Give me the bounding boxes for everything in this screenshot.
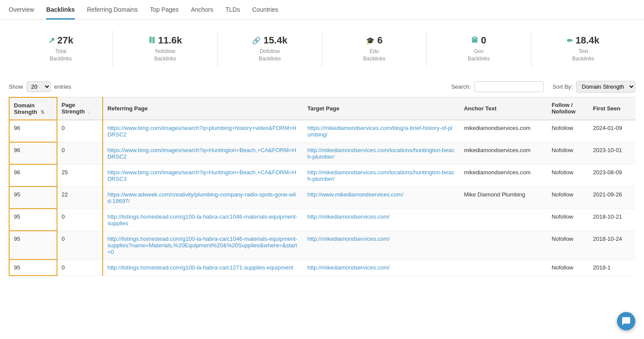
cell-referring-page[interactable]: https://www.bing.com/images/search?q=Hun… <box>103 142 303 164</box>
table-row: 9625https://www.bing.com/images/search?q… <box>9 164 635 186</box>
col-header-anchor-text: Anchor Text <box>460 97 547 120</box>
col-header-target-page: Target Page <box>303 97 460 120</box>
metric-edu-backlinks: 🎓 6 EduBacklinks <box>322 30 427 67</box>
search-label: Search: <box>451 83 471 90</box>
edu-backlinks-value: 6 <box>377 35 382 46</box>
cell-referring-page[interactable]: http://listings.homestead.com/g100-la-ha… <box>103 259 303 276</box>
dofollow-backlinks-label: DofollowBacklinks <box>225 48 315 63</box>
cell-target-page[interactable]: http://mikediamondservices.com/ <box>303 231 460 259</box>
cell-domain-strength: 95 <box>9 259 57 276</box>
metric-gov-backlinks: 🏛 0 GovBacklinks <box>427 30 531 67</box>
dofollow-icon: 🔗 <box>252 37 261 45</box>
table-row: 960https://www.bing.com/images/search?q=… <box>9 142 635 164</box>
text-backlinks-value: 18.4k <box>575 35 599 46</box>
backlinks-table: DomainStrength ⇅ PageStrength ↓ Referrin… <box>9 97 635 276</box>
cell-domain-strength: 95 <box>9 231 57 259</box>
tab-backlinks[interactable]: Backlinks <box>46 6 74 20</box>
table-row: 960https://www.bing.com/images/search?q=… <box>9 120 635 143</box>
cell-first-seen: 2023-10-01 <box>589 142 635 164</box>
cell-first-seen: 2021-09-26 <box>589 186 635 209</box>
col-header-page-strength[interactable]: PageStrength ↓ <box>57 97 103 120</box>
cell-domain-strength: 96 <box>9 164 57 186</box>
cell-domain-strength: 96 <box>9 142 57 164</box>
cell-anchor-text: Mike Diamond Plumbing <box>460 186 547 209</box>
col-header-domain-strength[interactable]: DomainStrength ⇅ <box>9 97 57 120</box>
metric-nofollow-backlinks: ⛓ 11.6k NofollowBacklinks <box>113 30 218 67</box>
show-label: Show <box>9 83 23 90</box>
cell-referring-page[interactable]: https://www.bing.com/images/search?q=plu… <box>103 120 303 143</box>
table-controls: Show 10 20 50 100 entries Search: Sort B… <box>0 77 644 97</box>
metric-dofollow-backlinks: 🔗 15.4k DofollowBacklinks <box>218 30 322 67</box>
tab-overview[interactable]: Overview <box>9 6 34 20</box>
tab-referring-domains[interactable]: Referring Domains <box>87 6 138 20</box>
sortby-label: Sort By: <box>553 83 573 90</box>
cell-anchor-text <box>460 209 547 231</box>
cell-first-seen: 2024-01-09 <box>589 120 635 143</box>
backlinks-icon: ↗ <box>48 36 55 45</box>
cell-anchor-text <box>460 231 547 259</box>
col-header-follow: Follow /Nofollow <box>547 97 589 120</box>
cell-target-page[interactable]: http://www.mikediamondservices.com/ <box>303 186 460 209</box>
metric-total-backlinks: ↗ 27k TotalBacklinks <box>9 30 113 67</box>
tab-countries[interactable]: Countries <box>252 6 278 20</box>
entries-per-page-select[interactable]: 10 20 50 100 <box>27 81 51 92</box>
cell-follow-nofollow: Nofollow <box>547 164 589 186</box>
cell-page-strength: 22 <box>57 186 103 209</box>
cell-first-seen: 2023-08-09 <box>589 164 635 186</box>
cell-page-strength: 0 <box>57 142 103 164</box>
cell-referring-page[interactable]: http://listings.homestead.com/g100-la-ha… <box>103 209 303 231</box>
nofollow-icon: ⛓ <box>148 37 155 44</box>
metrics-row: ↗ 27k TotalBacklinks ⛓ 11.6k NofollowBac… <box>0 20 644 77</box>
cell-first-seen: 2018-10-24 <box>589 231 635 259</box>
nofollow-backlinks-label: NofollowBacklinks <box>120 48 210 63</box>
search-input[interactable] <box>474 81 544 92</box>
cell-page-strength: 0 <box>57 209 103 231</box>
cell-follow-nofollow: Nofollow <box>547 186 589 209</box>
table-row: 950http://listings.homestead.com/g100-la… <box>9 209 635 231</box>
table-row: 950http://listings.homestead.com/g100-la… <box>9 259 635 276</box>
cell-target-page[interactable]: http://mikediamondservices.com/locations… <box>303 142 460 164</box>
text-backlinks-icon: ✏ <box>567 37 573 45</box>
nofollow-backlinks-value: 11.6k <box>158 35 182 46</box>
cell-first-seen: 2018-10-21 <box>589 209 635 231</box>
tab-anchors[interactable]: Anchors <box>191 6 213 20</box>
col-header-referring-page: Referring Page <box>103 97 303 120</box>
cell-follow-nofollow: Nofollow <box>547 209 589 231</box>
entries-label: entries <box>54 83 71 90</box>
cell-anchor-text: mikediamondservices.com <box>460 164 547 186</box>
edu-backlinks-label: EduBacklinks <box>329 48 419 63</box>
table-row: 9522https://www.adweek.com/creativity/pl… <box>9 186 635 209</box>
sortby-select[interactable]: Domain Strength Page Strength First Seen <box>576 81 635 93</box>
table-row: 950http://listings.homestead.com/g100-la… <box>9 231 635 259</box>
cell-domain-strength: 95 <box>9 209 57 231</box>
tab-tlds[interactable]: TLDs <box>225 6 240 20</box>
dofollow-backlinks-value: 15.4k <box>263 35 287 46</box>
tab-navigation: Overview Backlinks Referring Domains Top… <box>0 0 644 20</box>
cell-follow-nofollow: Nofollow <box>547 259 589 276</box>
cell-referring-page[interactable]: https://www.adweek.com/creativity/plumbi… <box>103 186 303 209</box>
gov-backlinks-label: GovBacklinks <box>434 48 524 63</box>
cell-page-strength: 0 <box>57 231 103 259</box>
cell-anchor-text <box>460 259 547 276</box>
cell-target-page[interactable]: http://mikediamondservices.com/ <box>303 259 460 276</box>
cell-first-seen: 2018-1 <box>589 259 635 276</box>
cell-domain-strength: 96 <box>9 120 57 143</box>
cell-referring-page[interactable]: https://www.bing.com/images/search?q=Hun… <box>103 164 303 186</box>
cell-follow-nofollow: Nofollow <box>547 142 589 164</box>
cell-page-strength: 25 <box>57 164 103 186</box>
gov-icon: 🏛 <box>471 37 478 44</box>
table-header-row: DomainStrength ⇅ PageStrength ↓ Referrin… <box>9 97 635 120</box>
gov-backlinks-value: 0 <box>481 35 486 46</box>
cell-referring-page[interactable]: http://listings.homestead.com/g100-la-ha… <box>103 231 303 259</box>
text-backlinks-label: TextBacklinks <box>538 48 628 63</box>
metric-text-backlinks: ✏ 18.4k TextBacklinks <box>531 30 635 67</box>
cell-target-page[interactable]: http://mikediamondservices.com/ <box>303 209 460 231</box>
cell-target-page[interactable]: https://mikediamondservices.com/blog/a-b… <box>303 120 460 143</box>
total-backlinks-label: TotalBacklinks <box>16 48 106 63</box>
total-backlinks-value: 27k <box>57 35 74 46</box>
col-header-first-seen: First Seen <box>589 97 635 120</box>
cell-page-strength: 0 <box>57 259 103 276</box>
tab-top-pages[interactable]: Top Pages <box>150 6 178 20</box>
edu-icon: 🎓 <box>366 37 375 45</box>
cell-target-page[interactable]: http://mikediamondservices.com/locations… <box>303 164 460 186</box>
